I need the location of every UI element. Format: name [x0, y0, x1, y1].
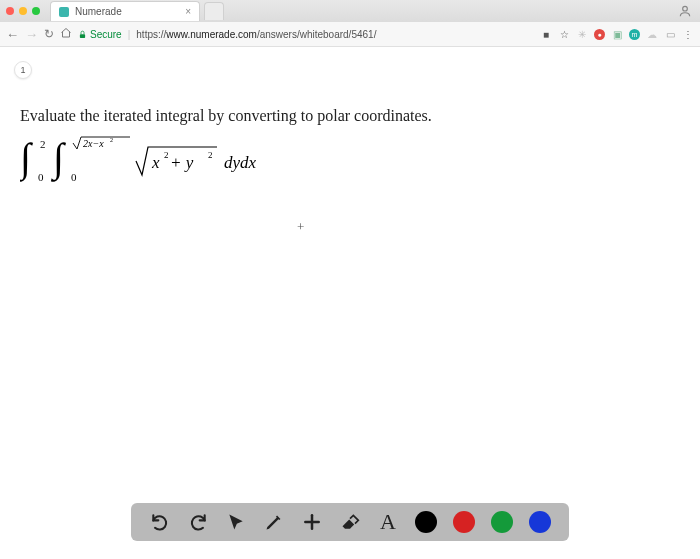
undo-button[interactable] — [149, 511, 171, 533]
text-tool-label: A — [380, 509, 396, 535]
cursor-crosshair-icon: + — [297, 219, 304, 235]
browser-tab[interactable]: Numerade × — [50, 1, 200, 21]
color-swatch-green[interactable] — [491, 511, 513, 533]
svg-text:+ y: + y — [170, 153, 194, 172]
color-swatch-black[interactable] — [415, 511, 437, 533]
svg-text:x: x — [151, 153, 160, 172]
star-icon[interactable]: ☆ — [558, 28, 570, 40]
pen-tool-button[interactable] — [263, 511, 285, 533]
ext-3-icon[interactable]: ▣ — [611, 28, 623, 40]
tab-title: Numerade — [75, 6, 122, 17]
ext-5-icon[interactable]: ☁ — [646, 28, 658, 40]
outer-lower-bound: 0 — [38, 171, 44, 183]
toolbar-right: ■ ☆ ✳ ● ▣ m ☁ ▭ ⋮ — [540, 28, 694, 40]
svg-text:2: 2 — [208, 150, 213, 160]
svg-rect-1 — [80, 34, 85, 38]
svg-text:2: 2 — [110, 137, 113, 143]
address-bar: ← → ↻ Secure | https://www.numerade.com/… — [0, 22, 700, 46]
cam-icon[interactable]: ■ — [540, 28, 552, 40]
forward-button[interactable]: → — [25, 27, 38, 42]
reload-button[interactable]: ↻ — [44, 27, 54, 41]
window-maximize-button[interactable] — [32, 7, 40, 15]
url-domain: www.numerade.com — [166, 29, 257, 40]
ext-4-icon[interactable]: m — [629, 29, 640, 40]
tab-bar: Numerade × — [0, 0, 700, 22]
favicon-icon — [59, 7, 69, 17]
secure-indicator[interactable]: Secure — [78, 29, 122, 40]
whiteboard-toolbar: A — [131, 503, 569, 541]
integral-expression: ∫ 0 2 ∫ 0 2x−x 2 x 2 + y 2 — [20, 135, 680, 185]
profile-icon[interactable] — [678, 4, 692, 18]
svg-text:2: 2 — [164, 150, 169, 160]
inner-upper-bound: 2x−x 2 — [73, 137, 130, 149]
outer-upper-bound: 2 — [40, 138, 46, 150]
window-controls — [6, 7, 40, 15]
page-content: 1 Evaluate the iterated integral by conv… — [0, 47, 700, 199]
tab-close-button[interactable]: × — [185, 6, 191, 17]
pointer-tool-button[interactable] — [225, 511, 247, 533]
ext-2-icon[interactable]: ● — [594, 29, 605, 40]
url-display[interactable]: https://www.numerade.com/answers/whitebo… — [136, 29, 376, 40]
problem-block: Evaluate the iterated integral by conver… — [20, 107, 680, 185]
browser-chrome: Numerade × ← → ↻ Secure | https://www.nu… — [0, 0, 700, 47]
url-path: /answers/whiteboard/5461/ — [257, 29, 377, 40]
svg-point-0 — [683, 6, 688, 11]
url-scheme: https:// — [136, 29, 166, 40]
color-swatch-blue[interactable] — [529, 511, 551, 533]
page-number: 1 — [20, 65, 25, 75]
add-tool-button[interactable] — [301, 511, 323, 533]
page-number-badge[interactable]: 1 — [14, 61, 32, 79]
redo-button[interactable] — [187, 511, 209, 533]
text-tool-button[interactable]: A — [377, 511, 399, 533]
window-close-button[interactable] — [6, 7, 14, 15]
lock-icon — [78, 30, 87, 39]
integrand-sqrt: x 2 + y 2 — [136, 147, 217, 175]
window-minimize-button[interactable] — [19, 7, 27, 15]
eraser-tool-button[interactable] — [339, 511, 361, 533]
svg-text:∫: ∫ — [20, 135, 34, 182]
ext-6-icon[interactable]: ▭ — [664, 28, 676, 40]
home-button[interactable] — [60, 27, 72, 42]
color-swatch-red[interactable] — [453, 511, 475, 533]
problem-statement: Evaluate the iterated integral by conver… — [20, 107, 680, 125]
inner-lower-bound: 0 — [71, 171, 77, 183]
svg-text:∫: ∫ — [50, 135, 67, 182]
differential: dydx — [224, 153, 257, 172]
svg-text:2x−x: 2x−x — [83, 138, 104, 149]
menu-icon[interactable]: ⋮ — [682, 28, 694, 40]
secure-label: Secure — [90, 29, 122, 40]
ext-1-icon[interactable]: ✳ — [576, 28, 588, 40]
separator: | — [128, 29, 131, 40]
new-tab-button[interactable] — [204, 2, 224, 20]
back-button[interactable]: ← — [6, 27, 19, 42]
